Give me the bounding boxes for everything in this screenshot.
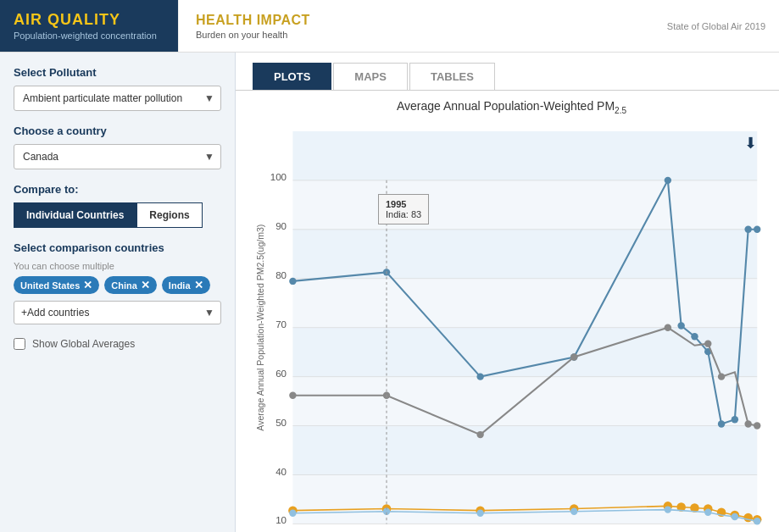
country-chips: United States ✕ China ✕ India ✕ bbox=[14, 276, 221, 294]
chip-china[interactable]: China ✕ bbox=[104, 276, 157, 294]
svg-point-36 bbox=[665, 176, 671, 183]
svg-point-70 bbox=[704, 508, 711, 515]
svg-rect-0 bbox=[292, 131, 757, 180]
chip-us-label: United States bbox=[20, 280, 80, 291]
country-select-wrapper: Canada United States India China ▼ bbox=[14, 144, 221, 169]
svg-point-37 bbox=[677, 322, 684, 329]
chip-india-close-icon[interactable]: ✕ bbox=[194, 280, 203, 291]
svg-text:50: 50 bbox=[275, 417, 287, 427]
chip-us[interactable]: United States ✕ bbox=[14, 276, 99, 294]
global-avg-row: Show Global Averages bbox=[14, 338, 221, 350]
pollutant-label: Select Pollutant bbox=[14, 66, 221, 79]
header: AIR QUALITY Population-weighted concentr… bbox=[0, 0, 779, 53]
svg-rect-7 bbox=[292, 474, 757, 524]
svg-point-44 bbox=[289, 391, 296, 398]
pollutant-section: Select Pollutant Ambient particulate mat… bbox=[14, 66, 221, 111]
svg-text:70: 70 bbox=[275, 319, 287, 329]
country-label: Choose a country bbox=[14, 125, 221, 137]
svg-point-38 bbox=[691, 333, 698, 340]
sidebar: Select Pollutant Ambient particulate mat… bbox=[0, 53, 236, 532]
svg-point-69 bbox=[665, 506, 671, 513]
hi-subtitle: Burden on your health bbox=[196, 30, 310, 40]
download-icon[interactable]: ⬇ bbox=[744, 134, 757, 152]
aq-title: AIR QUALITY bbox=[14, 11, 164, 29]
add-countries-select[interactable]: +Add countries bbox=[14, 301, 221, 324]
chip-us-close-icon[interactable]: ✕ bbox=[83, 280, 92, 291]
add-countries-wrapper: +Add countries ▼ bbox=[14, 301, 221, 324]
header-hi[interactable]: HEALTH IMPACT Burden on your health bbox=[178, 0, 327, 52]
svg-point-72 bbox=[754, 518, 760, 524]
country-section: Choose a country Canada United States In… bbox=[14, 125, 221, 169]
svg-point-63 bbox=[743, 513, 753, 523]
svg-point-47 bbox=[570, 353, 577, 360]
svg-text:40: 40 bbox=[275, 466, 287, 476]
svg-rect-3 bbox=[292, 279, 757, 328]
pm-subscript: 2.5 bbox=[615, 106, 626, 115]
chart-title-text: Average Annual Population-Weighted PM2.5 bbox=[397, 99, 626, 113]
content-area: PLOTS MAPS TABLES Average Annual Populat… bbox=[236, 53, 779, 532]
svg-point-46 bbox=[476, 431, 483, 438]
tab-plots[interactable]: PLOTS bbox=[253, 63, 331, 90]
svg-point-71 bbox=[732, 513, 738, 520]
svg-text:100: 100 bbox=[270, 172, 287, 182]
regions-button[interactable]: Regions bbox=[136, 202, 202, 228]
svg-point-65 bbox=[289, 509, 296, 516]
svg-point-48 bbox=[665, 324, 671, 330]
svg-point-49 bbox=[704, 340, 711, 346]
svg-rect-1 bbox=[292, 180, 757, 230]
svg-point-43 bbox=[754, 225, 760, 232]
individual-countries-button[interactable]: Individual Countries bbox=[14, 202, 136, 228]
svg-point-40 bbox=[718, 420, 725, 427]
svg-rect-6 bbox=[292, 425, 757, 474]
chip-china-label: China bbox=[111, 280, 137, 291]
chart-svg: 100 90 80 70 60 50 40 10 Average Annual … bbox=[253, 122, 771, 532]
chip-india-label: India bbox=[169, 280, 191, 291]
comparison-countries-section: Select comparison countries You can choo… bbox=[14, 241, 221, 324]
compare-section: Compare to: Individual Countries Regions bbox=[14, 183, 221, 228]
main-layout: Select Pollutant Ambient particulate mat… bbox=[0, 53, 779, 532]
chip-india[interactable]: India ✕ bbox=[162, 276, 210, 294]
svg-point-67 bbox=[476, 509, 483, 516]
hi-title: HEALTH IMPACT bbox=[196, 13, 310, 28]
svg-point-52 bbox=[754, 422, 760, 429]
svg-text:80: 80 bbox=[275, 270, 287, 280]
country-select[interactable]: Canada United States India China bbox=[14, 144, 221, 169]
tab-maps[interactable]: MAPS bbox=[333, 63, 408, 90]
compare-label: Compare to: bbox=[14, 183, 221, 196]
svg-rect-5 bbox=[292, 376, 757, 425]
pollutant-select[interactable]: Ambient particulate matter pollution bbox=[14, 86, 221, 111]
svg-point-41 bbox=[732, 416, 738, 423]
svg-point-32 bbox=[289, 277, 296, 284]
comparison-label: Select comparison countries bbox=[14, 241, 221, 254]
pollutant-select-wrapper: Ambient particulate matter pollution ▼ bbox=[14, 86, 221, 111]
global-avg-checkbox[interactable] bbox=[14, 338, 25, 350]
svg-text:90: 90 bbox=[275, 221, 287, 231]
global-avg-label: Show Global Averages bbox=[32, 338, 135, 350]
compare-buttons: Individual Countries Regions bbox=[14, 202, 221, 228]
header-right: State of Global Air 2019 bbox=[654, 0, 779, 52]
svg-point-50 bbox=[718, 373, 725, 380]
add-countries-row: +Add countries ▼ bbox=[14, 301, 221, 324]
tabs-bar: PLOTS MAPS TABLES bbox=[236, 63, 779, 91]
chart-wrap: ⬇ 1995 India: 83 100 bbox=[253, 122, 771, 532]
svg-point-42 bbox=[744, 225, 751, 232]
tab-tables[interactable]: TABLES bbox=[409, 63, 495, 90]
chart-title: Average Annual Population-Weighted PM2.5 bbox=[253, 99, 771, 115]
svg-point-34 bbox=[476, 373, 483, 380]
svg-rect-4 bbox=[292, 327, 757, 376]
site-title: State of Global Air 2019 bbox=[667, 21, 765, 31]
chip-china-close-icon[interactable]: ✕ bbox=[141, 280, 150, 291]
header-aq: AIR QUALITY Population-weighted concentr… bbox=[0, 0, 178, 52]
chart-container: Average Annual Population-Weighted PM2.5… bbox=[236, 91, 779, 532]
svg-text:Average Annual Population-Weig: Average Annual Population-Weighted PM2.5… bbox=[255, 224, 265, 430]
svg-text:60: 60 bbox=[275, 368, 287, 378]
svg-text:10: 10 bbox=[275, 515, 287, 525]
aq-subtitle: Population-weighted concentration bbox=[14, 30, 164, 41]
svg-point-51 bbox=[744, 420, 751, 427]
comparison-sublabel: You can choose multiple bbox=[14, 261, 221, 271]
svg-point-68 bbox=[570, 507, 577, 514]
svg-rect-2 bbox=[292, 230, 757, 279]
